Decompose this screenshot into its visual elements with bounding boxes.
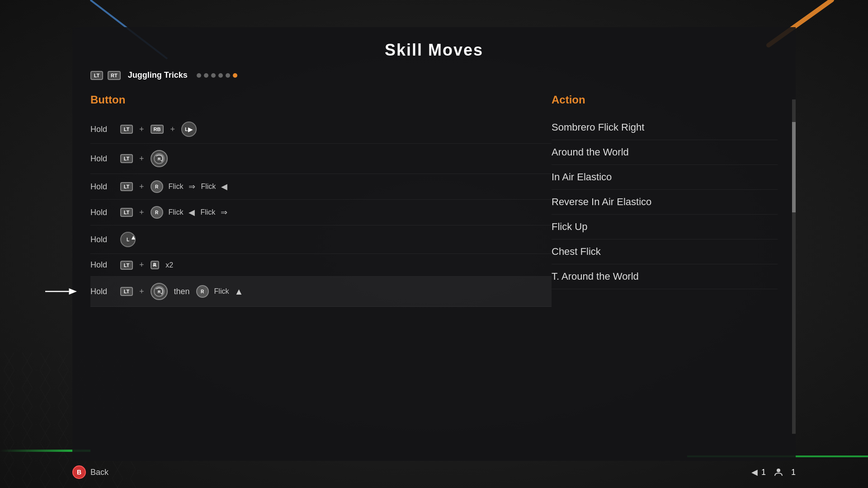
- action-text-5: Flick Up: [552, 215, 778, 239]
- back-button-area[interactable]: B Back: [72, 465, 108, 479]
- tab-navigation: LT RT Juggling Tricks: [90, 70, 778, 80]
- plus-4: +: [139, 182, 144, 192]
- lt-badge-4: LT: [120, 208, 133, 217]
- rs-icon-4: R: [151, 206, 163, 219]
- hold-label-4: Hold: [90, 208, 113, 217]
- flick-text-3b: Flick: [201, 183, 216, 191]
- svg-text:R: R: [157, 290, 160, 294]
- move-row-6-icons: Hold LT + R̶ x2: [90, 260, 173, 270]
- move-row-7: Hold LT + R then R Flick: [90, 277, 552, 307]
- move-row-1: Hold LT + RB + L ▶: [90, 115, 552, 144]
- arrow-left-4: ◀: [189, 207, 195, 217]
- action-text-2: Around the World: [552, 140, 778, 165]
- scrollbar-thumb[interactable]: [792, 122, 796, 212]
- player-count-icon: [773, 467, 784, 478]
- move-row-5-icons: Hold L▲: [90, 232, 136, 247]
- rs-cross-icon: R̶: [151, 261, 160, 269]
- action-text-7: T. Around the World: [552, 264, 778, 289]
- tab-rt-button[interactable]: RT: [108, 71, 121, 80]
- action-column-header: Action: [552, 94, 778, 106]
- page-info: ◀ 1 1: [751, 467, 796, 478]
- svg-marker-6: [69, 288, 77, 295]
- lt-badge-7: LT: [120, 287, 133, 296]
- move-row-2: Hold LT + R: [90, 144, 552, 174]
- hold-label-7: Hold: [90, 287, 113, 296]
- rb-badge-1: RB: [151, 125, 164, 134]
- hold-label-5: Hold: [90, 235, 113, 244]
- move-row-2-icons: Hold LT + R: [90, 150, 168, 167]
- hold-label-1: Hold: [90, 125, 113, 134]
- nav-arrow-left: ◀: [751, 467, 758, 477]
- move-row-3-icons: Hold LT + R Flick ⇒ Flick ◀: [90, 180, 227, 193]
- lt-badge-3: LT: [120, 182, 133, 191]
- player-count: 1: [791, 468, 796, 477]
- tab-dot-2: [204, 73, 208, 78]
- move-row-4-icons: Hold LT + R Flick ◀ Flick ⇒: [90, 206, 227, 219]
- arrow-up-7: ▲: [234, 286, 243, 297]
- button-column-header: Button: [90, 94, 552, 106]
- lt-badge-1: LT: [120, 125, 133, 134]
- move-row-1-icons: Hold LT + RB + L ▶: [90, 122, 197, 137]
- move-row-5: Hold L▲: [90, 225, 552, 254]
- flick-text-7: Flick: [214, 287, 229, 296]
- arrow-right-3: ⇒: [189, 182, 195, 192]
- action-text-3: In Air Elastico: [552, 165, 778, 190]
- x2-label: x2: [165, 261, 173, 269]
- then-text-7: then: [174, 287, 190, 296]
- page-current: 1: [761, 468, 766, 477]
- move-row-4: Hold LT + R Flick ◀ Flick ⇒: [90, 200, 552, 225]
- move-row-7-icons: Hold LT + R then R Flick: [90, 283, 243, 300]
- hold-label-6: Hold: [90, 260, 113, 270]
- action-column: Action Sombrero Flick Right Around the W…: [552, 94, 778, 307]
- rs-rotate-icon-7: R: [151, 283, 168, 300]
- plus-2: +: [170, 125, 175, 134]
- lt-badge-2: LT: [120, 154, 133, 163]
- tab-label: Juggling Tricks: [128, 70, 188, 80]
- arrow-left-3: ◀: [221, 182, 227, 192]
- plus-6: +: [139, 260, 144, 270]
- back-label: Back: [90, 468, 108, 477]
- page-title: Skill Moves: [90, 41, 778, 60]
- ls-up-icon: L▲: [120, 232, 136, 247]
- hold-label-2: Hold: [90, 154, 113, 164]
- svg-point-9: [777, 469, 780, 472]
- bottom-bar: B Back ◀ 1 1: [72, 465, 796, 479]
- move-row-6: Hold LT + R̶ x2: [90, 254, 552, 277]
- action-text-6: Chest Flick: [552, 239, 778, 264]
- plus-3: +: [139, 154, 144, 164]
- content-columns: Button Hold LT + RB + L ▶: [90, 94, 778, 307]
- flick-text-3a: Flick: [169, 183, 184, 191]
- tab-dot-6-active: [233, 73, 237, 78]
- svg-text:R: R: [157, 157, 160, 161]
- button-column: Button Hold LT + RB + L ▶: [90, 94, 552, 307]
- action-text-1: Sombrero Flick Right: [552, 115, 778, 140]
- main-panel: Skill Moves LT RT Juggling Tricks Button…: [72, 27, 796, 461]
- rs-rotate-icon-2: R: [151, 150, 168, 167]
- plus-5: +: [139, 208, 144, 217]
- rotate-svg-7: R: [153, 285, 165, 298]
- plus-1: +: [139, 125, 144, 134]
- plus-7: +: [139, 287, 144, 296]
- tab-dots: [197, 73, 237, 78]
- tab-dot-5: [226, 73, 230, 78]
- rotate-svg-2: R: [153, 152, 165, 165]
- b-button[interactable]: B: [72, 465, 86, 479]
- tab-dot-4: [218, 73, 223, 78]
- scrollbar[interactable]: [792, 99, 796, 434]
- move-row-3: Hold LT + R Flick ⇒ Flick ◀: [90, 174, 552, 200]
- rs-icon-7: R: [196, 285, 209, 298]
- row-arrow-indicator: [45, 286, 77, 297]
- action-text-4: Reverse In Air Elastico: [552, 190, 778, 215]
- flick-text-4a: Flick: [169, 208, 184, 216]
- tab-lt-button[interactable]: LT: [90, 71, 103, 80]
- flick-text-4b: Flick: [200, 208, 215, 216]
- arrow-right-4: ⇒: [221, 207, 227, 217]
- rs-icon-3: R: [151, 180, 163, 193]
- tab-dot-3: [211, 73, 216, 78]
- tab-dot-1: [197, 73, 201, 78]
- page-nav: ◀ 1: [751, 467, 766, 477]
- hold-label-3: Hold: [90, 182, 113, 192]
- ls-right-icon: L ▶: [181, 122, 197, 137]
- lt-badge-6: LT: [120, 261, 133, 270]
